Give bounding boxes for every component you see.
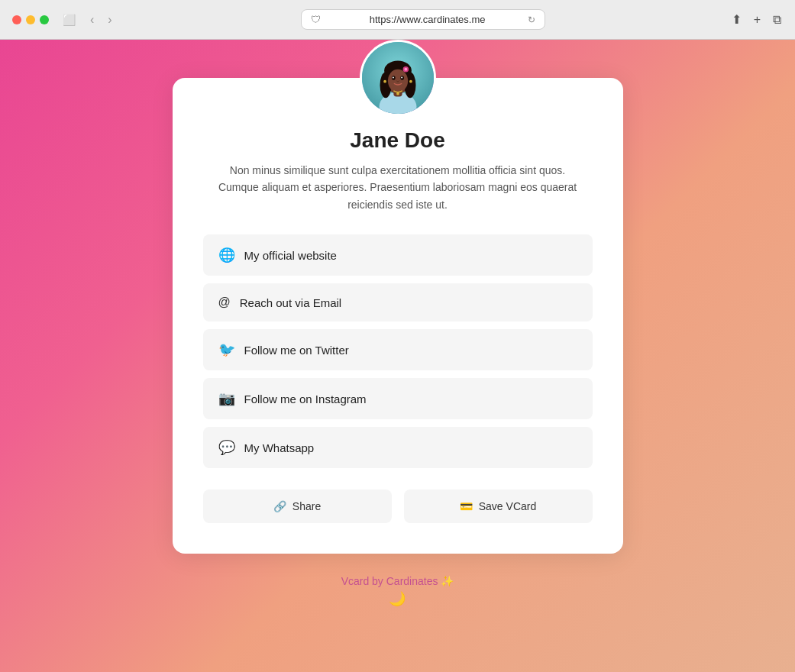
profile-card: Jane Doe Non minus similique sunt culpa …	[173, 78, 623, 554]
tabs-button[interactable]: ⧉	[771, 11, 783, 28]
nav-buttons: ‹ ›	[86, 11, 117, 28]
back-button[interactable]: ‹	[86, 11, 99, 28]
vcard-icon: 💳	[460, 500, 473, 512]
avatar-illustration	[362, 42, 434, 114]
footer-text: Vcard by Cardinates ✨	[341, 575, 454, 587]
save-vcard-label: Save VCard	[479, 500, 536, 512]
address-bar-container: 🛡 https://www.cardinates.me ↻	[124, 9, 722, 30]
website-icon: 🌐	[218, 247, 235, 263]
browser-actions: ⬆ + ⧉	[730, 11, 783, 28]
new-tab-button[interactable]: +	[752, 11, 762, 28]
link-instagram[interactable]: 📷 Follow me on Instagram	[203, 378, 593, 419]
browser-chrome: ⬜ ‹ › 🛡 https://www.cardinates.me ↻ ⬆ + …	[0, 0, 795, 40]
share-icon: 🔗	[273, 500, 286, 512]
links-container: 🌐 My official website @ Reach out via Em…	[203, 234, 593, 468]
twitter-icon: 🐦	[218, 341, 235, 358]
page-content: Jane Doe Non minus similique sunt culpa …	[0, 40, 795, 672]
footer: Vcard by Cardinates ✨ 🌙	[341, 575, 454, 607]
forward-button[interactable]: ›	[103, 11, 116, 28]
email-label: Reach out via Email	[240, 296, 341, 309]
svg-point-14	[404, 68, 407, 71]
svg-point-11	[392, 77, 393, 79]
traffic-light-close[interactable]	[12, 15, 21, 24]
profile-name: Jane Doe	[350, 128, 445, 153]
profile-bio: Non minus similique sunt culpa exercitat…	[215, 162, 581, 213]
share-button[interactable]: 🔗 Share	[203, 489, 392, 523]
share-browser-button[interactable]: ⬆	[730, 11, 743, 28]
traffic-light-minimize[interactable]	[26, 15, 35, 24]
url-text: https://www.cardinates.me	[370, 14, 486, 25]
link-email[interactable]: @ Reach out via Email	[203, 283, 593, 321]
shield-icon: 🛡	[311, 14, 321, 25]
share-label: Share	[292, 500, 321, 512]
instagram-icon: 📷	[218, 390, 235, 407]
traffic-light-fullscreen[interactable]	[40, 15, 49, 24]
link-twitter[interactable]: 🐦 Follow me on Twitter	[203, 329, 593, 370]
bottom-buttons: 🔗 Share 💳 Save VCard	[203, 489, 593, 523]
svg-point-17	[409, 80, 412, 83]
whatsapp-icon: 💬	[218, 439, 235, 456]
svg-point-12	[401, 77, 402, 79]
instagram-label: Follow me on Instagram	[244, 393, 367, 405]
address-bar[interactable]: 🛡 https://www.cardinates.me ↻	[301, 9, 545, 30]
avatar	[360, 40, 436, 116]
link-website[interactable]: 🌐 My official website	[203, 234, 593, 276]
sidebar-toggle-icon[interactable]: ⬜	[63, 14, 75, 26]
email-icon: @	[218, 296, 231, 309]
twitter-label: Follow me on Twitter	[244, 344, 349, 357]
whatsapp-label: My Whatsapp	[244, 441, 315, 454]
website-label: My official website	[244, 249, 337, 262]
svg-point-15	[396, 92, 399, 95]
save-vcard-button[interactable]: 💳 Save VCard	[404, 489, 593, 523]
footer-moon: 🌙	[341, 590, 454, 607]
svg-point-16	[383, 80, 386, 83]
reload-icon[interactable]: ↻	[528, 15, 535, 25]
svg-point-8	[387, 69, 407, 92]
link-whatsapp[interactable]: 💬 My Whatsapp	[203, 427, 593, 468]
traffic-lights	[12, 15, 49, 24]
